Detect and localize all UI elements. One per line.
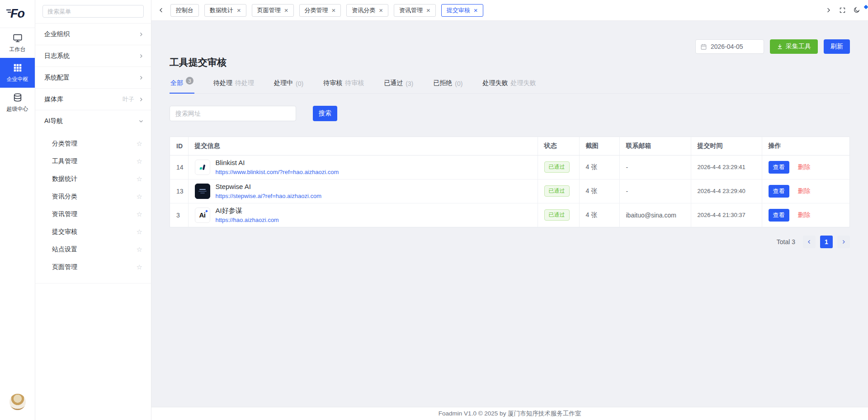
grid-icon	[13, 63, 23, 73]
main-area: 控制台 数据统计× 页面管理× 分类管理× 资讯分类× 资讯管理× 提交审核× …	[151, 0, 868, 420]
cell-id: 13	[170, 179, 188, 203]
tab-scroll-right-icon[interactable]	[825, 7, 832, 14]
refresh-label: 刷新	[830, 42, 843, 51]
star-icon[interactable]: ☆	[137, 140, 142, 147]
tool-thumbnail	[195, 184, 210, 199]
delete-button[interactable]: 删除	[797, 211, 810, 218]
filter-label: 处理中	[274, 79, 293, 87]
collect-tools-button[interactable]: 采集工具	[770, 39, 818, 54]
url-search-input[interactable]	[170, 106, 296, 121]
cell-submit-info: Ai AI好参谋 https://hao.aizhaozi.com	[188, 203, 538, 227]
sidebar-item-submit-review[interactable]: 提交审核☆	[35, 223, 151, 241]
sidebar-item-site-settings[interactable]: 站点设置☆	[35, 241, 151, 258]
sidebar-group-ai-nav[interactable]: AI导航	[35, 110, 151, 132]
close-icon[interactable]: ×	[284, 7, 288, 14]
close-icon[interactable]: ×	[474, 7, 478, 14]
rail-item-workbench[interactable]: 工作台	[0, 28, 35, 58]
sidebar-group-org[interactable]: 企业组织	[35, 24, 151, 45]
star-icon[interactable]: ☆	[137, 228, 142, 235]
sidebar-group-media-library[interactable]: 媒体库 叶子	[35, 89, 151, 110]
cell-submit-time: 2026-4-4 21:30:37	[691, 203, 762, 227]
app-logo[interactable]: Fo	[0, 0, 35, 28]
filter-tab-all[interactable]: 全部 3	[170, 75, 194, 93]
tab-scroll-left-icon[interactable]	[158, 7, 165, 14]
footer: Foadmin V1.0 © 2025 by 厦门市知序技术服务工作室	[151, 407, 868, 420]
date-picker[interactable]: 2026-04-05	[695, 39, 764, 54]
search-button[interactable]: 搜索	[313, 106, 337, 121]
tab-category-mgmt[interactable]: 分类管理×	[299, 4, 341, 17]
star-icon[interactable]: ☆	[137, 211, 142, 217]
pagination-page-1[interactable]: 1	[820, 236, 833, 248]
filter-suffix: (3)	[406, 80, 413, 87]
sidebar-item-category-mgmt[interactable]: 分类管理☆	[35, 135, 151, 152]
tab-console[interactable]: 控制台	[170, 4, 199, 17]
rail-item-super-center[interactable]: 超级中心	[0, 88, 35, 118]
close-icon[interactable]: ×	[379, 7, 383, 14]
tool-url-link[interactable]: https://www.blinkist.com/?ref=hao.aizhao…	[216, 169, 339, 176]
footer-text: Foadmin V1.0 © 2025 by 厦门市知序技术服务工作室	[439, 410, 581, 418]
user-avatar[interactable]	[9, 394, 26, 410]
sidebar-item-data-stats[interactable]: 数据统计☆	[35, 170, 151, 188]
menu-search-input[interactable]	[42, 5, 144, 18]
sidebar-group-system-config[interactable]: 系统配置	[35, 67, 151, 89]
tool-url-link[interactable]: https://stepwise.ai?ref=hao.aizhaozi.com	[216, 193, 322, 200]
close-icon[interactable]: ×	[426, 7, 430, 14]
view-button[interactable]: 查看	[769, 161, 789, 174]
delete-button[interactable]: 删除	[797, 187, 810, 194]
star-icon[interactable]: ☆	[137, 264, 142, 270]
pagination-next-button[interactable]	[837, 236, 850, 248]
rail-item-label: 工作台	[9, 46, 26, 53]
filter-tab-processing[interactable]: 处理中 (0)	[273, 75, 304, 93]
close-icon[interactable]: ×	[332, 7, 336, 14]
close-icon[interactable]: ×	[237, 7, 241, 14]
tab-news-mgmt[interactable]: 资讯管理×	[394, 4, 436, 17]
delete-button[interactable]: 删除	[797, 163, 810, 170]
rail-item-enterprise-hub[interactable]: 企业中枢	[0, 58, 35, 88]
refresh-button[interactable]: 刷新	[824, 39, 850, 54]
tab-label: 提交审核	[447, 6, 470, 14]
pagination-prev-button[interactable]	[803, 236, 816, 248]
filter-tab-approved[interactable]: 已通过 (3)	[383, 75, 414, 93]
star-icon[interactable]: ☆	[137, 158, 142, 165]
fullscreen-icon[interactable]	[839, 7, 846, 14]
cell-id: 14	[170, 155, 188, 179]
tool-thumbnail	[195, 160, 210, 175]
tab-page-mgmt[interactable]: 页面管理×	[252, 4, 294, 17]
cell-screenshots: 4 张	[579, 155, 619, 179]
cell-actions: 查看 删除	[762, 179, 849, 203]
sidebar-item-news-mgmt[interactable]: 资讯管理☆	[35, 205, 151, 223]
filter-tab-failed[interactable]: 处理失败 处理失败	[481, 75, 537, 93]
filter-tab-rejected[interactable]: 已拒绝 (0)	[432, 75, 463, 93]
tab-news-category[interactable]: 资讯分类×	[346, 4, 388, 17]
star-icon[interactable]: ☆	[137, 246, 142, 253]
subitem-label: 数据统计	[52, 175, 77, 183]
sidebar-item-page-mgmt[interactable]: 页面管理☆	[35, 258, 151, 276]
submissions-table: ID 提交信息 状态 截图 联系邮箱 提交时间 操作 14	[170, 137, 850, 227]
app-root: Fo 工作台 企业中枢 超级中心 企业组织 日志系统	[0, 0, 868, 420]
dark-mode-moon-icon[interactable]	[853, 7, 860, 14]
sidebar-item-news-category[interactable]: 资讯分类☆	[35, 188, 151, 205]
filter-tab-awaiting-review[interactable]: 待审核 待审核	[322, 75, 365, 93]
subitem-label: 提交审核	[52, 228, 77, 236]
cell-submit-time: 2026-4-4 23:29:40	[691, 179, 762, 203]
sidebar-sublist: 分类管理☆ 工具管理☆ 数据统计☆ 资讯分类☆ 资讯管理☆ 提交审核☆ 站点设置…	[35, 132, 151, 283]
star-icon[interactable]: ☆	[137, 175, 142, 182]
tool-thumbnail: Ai	[195, 208, 210, 223]
date-value: 2026-04-05	[711, 43, 743, 50]
col-header-status: 状态	[538, 137, 579, 155]
cell-email: -	[619, 179, 691, 203]
tool-url-link[interactable]: https://hao.aizhaozi.com	[216, 217, 279, 224]
chevron-right-icon	[138, 32, 144, 37]
tool-name: Stepwise AI	[216, 183, 322, 191]
view-button[interactable]: 查看	[769, 209, 789, 222]
chevron-right-icon	[841, 239, 846, 245]
cell-status: 已通过	[538, 179, 579, 203]
sidebar-group-logs[interactable]: 日志系统	[35, 45, 151, 67]
sidebar-item-tool-mgmt[interactable]: 工具管理☆	[35, 152, 151, 170]
view-button[interactable]: 查看	[769, 185, 789, 198]
tab-submit-review[interactable]: 提交审核×	[441, 4, 483, 17]
star-icon[interactable]: ☆	[137, 193, 142, 200]
filter-tab-pending[interactable]: 待处理 待处理	[212, 75, 255, 93]
tab-data-stats[interactable]: 数据统计×	[204, 4, 246, 17]
table-row: 3 Ai AI好参谋 https://hao.aizhaozi.com	[170, 203, 849, 227]
